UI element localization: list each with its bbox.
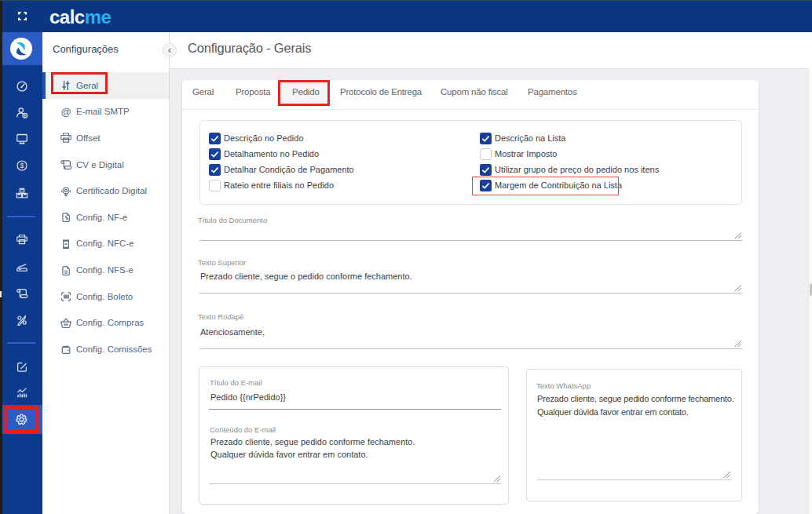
- svg-text:$: $: [20, 162, 24, 170]
- svg-text:@: @: [60, 106, 71, 118]
